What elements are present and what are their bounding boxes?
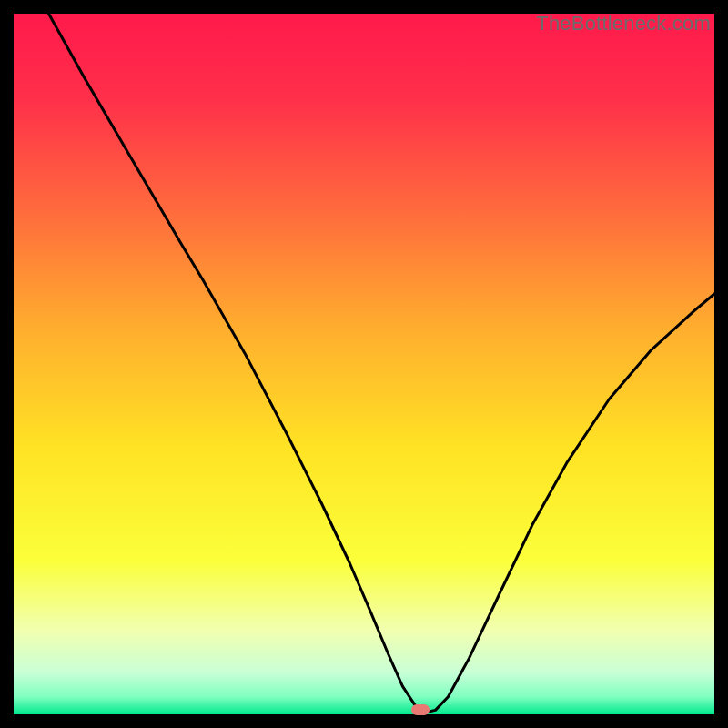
curve-layer [14, 14, 714, 714]
attribution-label: TheBottleneck.com [536, 12, 711, 35]
optimum-marker [411, 704, 430, 715]
chart-frame: TheBottleneck.com [14, 14, 714, 714]
bottleneck-curve [49, 14, 715, 713]
plot-area [14, 14, 714, 714]
